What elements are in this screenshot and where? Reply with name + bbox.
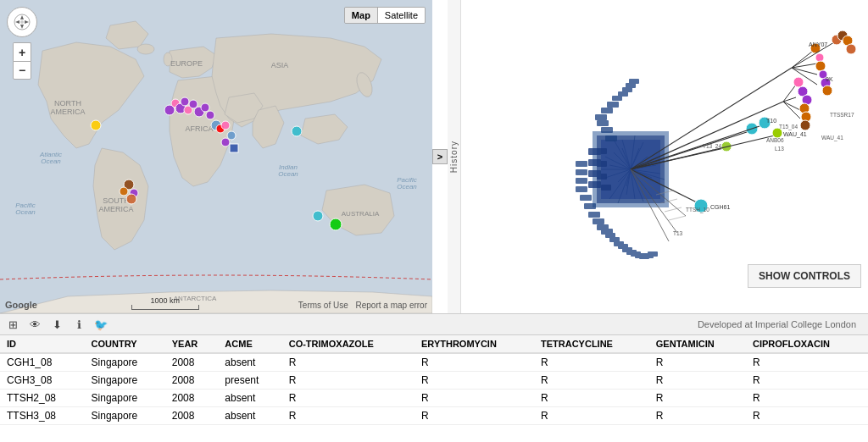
history-label: History <box>449 141 459 173</box>
svg-text:T13: T13 <box>673 230 683 236</box>
svg-rect-111 <box>597 120 609 126</box>
svg-text:L13: L13 <box>775 146 784 152</box>
table-cell: Singapore <box>85 353 165 372</box>
svg-rect-86 <box>597 174 607 180</box>
table-cell: R <box>746 372 868 390</box>
grid-icon[interactable]: ⊞ <box>5 317 20 332</box>
show-controls-button[interactable]: SHOW CONTROLS <box>748 264 861 288</box>
scale-bar <box>131 305 199 310</box>
col-tetracycline: TETRACYCLINE <box>534 335 649 353</box>
table-cell: R <box>534 372 649 390</box>
zoom-out-button[interactable]: − <box>13 61 31 80</box>
map-type-satellite-button[interactable]: Satellite <box>377 8 425 23</box>
svg-text:ANY07: ANY07 <box>809 41 827 47</box>
info-icon[interactable]: ℹ <box>71 317 86 332</box>
svg-point-33 <box>201 103 209 112</box>
col-erythromycin: ERYTHROMYCIN <box>415 335 534 353</box>
svg-point-137 <box>793 77 804 87</box>
data-table: ID COUNTRY YEAR ACME CO-TRIMOXAZOLE ERYT… <box>0 335 868 425</box>
table-header-row: ID COUNTRY YEAR ACME CO-TRIMOXAZOLE ERYT… <box>0 335 868 353</box>
svg-rect-92 <box>580 195 592 201</box>
table-cell: Singapore <box>85 407 165 425</box>
table-row: CGH3_08Singapore2008presentRRRRR <box>0 372 868 390</box>
svg-text:T15_04: T15_04 <box>779 124 798 130</box>
svg-text:WAU_41: WAU_41 <box>821 135 843 141</box>
table-cell: R <box>534 390 649 407</box>
svg-text:T10: T10 <box>766 118 776 124</box>
table-cell: R <box>746 353 868 372</box>
top-section: NORTH AMERICA SOUTH AMERICA EUROPE AFRIC… <box>0 0 868 313</box>
svg-point-34 <box>206 111 214 119</box>
zoom-in-button[interactable]: + <box>13 42 31 61</box>
imperial-full-credit: Developed at Imperial College London <box>698 319 863 329</box>
table-cell: absent <box>218 407 281 425</box>
table-cell: present <box>218 372 281 390</box>
svg-point-37 <box>221 121 230 130</box>
table-cell: R <box>415 372 534 390</box>
col-gentamicin: GENTAMICIN <box>649 335 746 353</box>
svg-text:AMERICA: AMERICA <box>50 108 85 116</box>
map-nav-control[interactable] <box>7 7 37 37</box>
table-cell: TTSH3_08 <box>0 407 85 425</box>
svg-point-41 <box>292 126 302 136</box>
map-background: NORTH AMERICA SOUTH AMERICA EUROPE AFRIC… <box>0 0 432 313</box>
svg-point-39 <box>227 131 236 140</box>
svg-text:Ocean: Ocean <box>15 208 36 216</box>
svg-text:NORTH: NORTH <box>54 99 81 108</box>
main-container: NORTH AMERICA SOUTH AMERICA EUROPE AFRIC… <box>0 0 868 442</box>
table-cell: 2008 <box>165 353 219 372</box>
svg-point-21 <box>91 120 101 130</box>
table-cell: R <box>415 353 534 372</box>
table-cell: R <box>649 372 746 390</box>
svg-point-29 <box>181 97 189 106</box>
svg-point-25 <box>126 194 136 204</box>
svg-rect-95 <box>593 218 604 224</box>
table-row: CGH1_08Singapore2008absentRRRRR <box>0 353 868 372</box>
twitter-icon[interactable]: 🐦 <box>93 317 108 332</box>
map-controls: + − <box>7 7 37 80</box>
col-year: YEAR <box>165 335 219 353</box>
table-cell: absent <box>218 390 281 407</box>
table-cell: 2008 <box>165 372 219 390</box>
svg-text:ASIA: ASIA <box>271 61 289 69</box>
svg-text:AFRICA: AFRICA <box>185 124 213 133</box>
collapse-button[interactable]: > <box>432 149 448 164</box>
table-cell: R <box>649 353 746 372</box>
svg-point-31 <box>189 100 198 108</box>
table-cell: R <box>534 407 649 425</box>
svg-text:TTSSR17: TTSSR17 <box>830 112 854 118</box>
table-cell: 2008 <box>165 390 219 407</box>
report-link[interactable]: Report a map error <box>356 301 427 310</box>
svg-text:AMERICA: AMERICA <box>98 205 133 213</box>
svg-rect-40 <box>230 144 238 152</box>
svg-text:Ocean: Ocean <box>278 170 298 178</box>
terms-link[interactable]: Terms of Use <box>298 301 348 310</box>
svg-text:ANB06: ANB06 <box>766 137 784 143</box>
download-icon[interactable]: ⬇ <box>49 317 64 332</box>
table-cell: R <box>534 353 649 372</box>
svg-point-38 <box>221 138 230 146</box>
google-logo: Google <box>5 300 37 310</box>
svg-rect-108 <box>648 251 658 257</box>
svg-text:EUROPE: EUROPE <box>170 59 203 68</box>
table-cell: R <box>282 372 415 390</box>
svg-rect-90 <box>576 178 587 184</box>
svg-point-153 <box>822 86 832 96</box>
svg-text:AUSTRALIA: AUSTRALIA <box>342 210 380 218</box>
col-ciprofloxacin: CIPROFLOXACIN <box>746 335 868 353</box>
svg-rect-109 <box>605 135 617 141</box>
table-cell: R <box>649 390 746 407</box>
table-cell: R <box>282 353 415 372</box>
table-cell: R <box>746 390 868 407</box>
map-type-map-button[interactable]: Map <box>345 8 377 23</box>
map-links: Terms of Use Report a map error <box>293 301 427 310</box>
eye-icon[interactable]: 👁 <box>27 317 42 332</box>
map-scale: 1000 km <box>131 296 199 310</box>
svg-rect-93 <box>584 203 596 209</box>
svg-rect-112 <box>595 114 607 120</box>
table-row: TTSH3_08Singapore2008absentRRRRR <box>0 407 868 425</box>
svg-point-42 <box>313 211 323 221</box>
phylo-section: > History <box>432 0 868 313</box>
svg-rect-83 <box>588 181 601 188</box>
col-id: ID <box>0 335 85 353</box>
